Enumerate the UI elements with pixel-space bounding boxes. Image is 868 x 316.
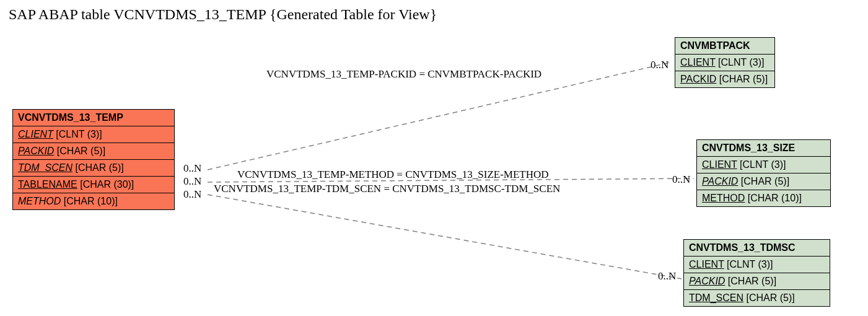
entity-cnvtdms-13-size: CNVTDMS_13_SIZE CLIENT [CLNT (3)] PACKID… [696, 139, 831, 207]
cardinality: 0..N [183, 175, 201, 188]
entity-field: TABLENAME [CHAR (30)] [13, 177, 174, 193]
entity-field: CLIENT [CLNT (3)] [684, 257, 830, 273]
page-title: SAP ABAP table VCNVTDMS_13_TEMP {Generat… [9, 6, 437, 23]
entity-field: PACKID [CHAR (5)] [684, 273, 830, 290]
entity-field: TDM_SCEN [CHAR (5)] [13, 160, 174, 177]
cardinality: 0..N [183, 162, 201, 175]
relation-label: VCNVTDMS_13_TEMP-PACKID = CNVMBTPACK-PAC… [266, 68, 541, 81]
cardinality: 0..N [651, 59, 669, 71]
entity-field: TDM_SCEN [CHAR (5)] [684, 290, 830, 306]
entity-field: CLIENT [CLNT (3)] [697, 157, 830, 173]
entity-cnvtdms-13-tdmsc: CNVTDMS_13_TDMSC CLIENT [CLNT (3)] PACKI… [683, 239, 830, 307]
entity-cnvmbtpack: CNVMBTPACK CLIENT [CLNT (3)] PACKID [CHA… [675, 37, 775, 88]
entity-header: CNVTDMS_13_SIZE [697, 140, 830, 157]
entity-field: CLIENT [CLNT (3)] [13, 126, 174, 143]
entity-header: CNVMBTPACK [675, 38, 774, 55]
relation-label: VCNVTDMS_13_TEMP-TDM_SCEN = CNVTDMS_13_T… [214, 183, 560, 195]
entity-vcnvtdms-13-temp: VCNVTDMS_13_TEMP CLIENT [CLNT (3)] PACKI… [12, 109, 175, 210]
entity-field: PACKID [CHAR (5)] [675, 71, 774, 87]
entity-field: CLIENT [CLNT (3)] [675, 55, 774, 71]
entity-header: CNVTDMS_13_TDMSC [684, 240, 830, 257]
cardinality: 0..N [672, 173, 690, 186]
entity-field: PACKID [CHAR (5)] [13, 143, 174, 160]
entity-header: VCNVTDMS_13_TEMP [13, 110, 174, 126]
entity-field: METHOD [CHAR (10)] [13, 193, 174, 209]
svg-line-2 [208, 195, 682, 279]
cardinality: 0..N [183, 188, 201, 201]
entity-field: METHOD [CHAR (10)] [697, 190, 830, 206]
entity-field: PACKID [CHAR (5)] [697, 173, 830, 190]
cardinality: 0..N [658, 270, 676, 283]
relation-label: VCNVTDMS_13_TEMP-METHOD = CNVTDMS_13_SIZ… [237, 169, 549, 181]
